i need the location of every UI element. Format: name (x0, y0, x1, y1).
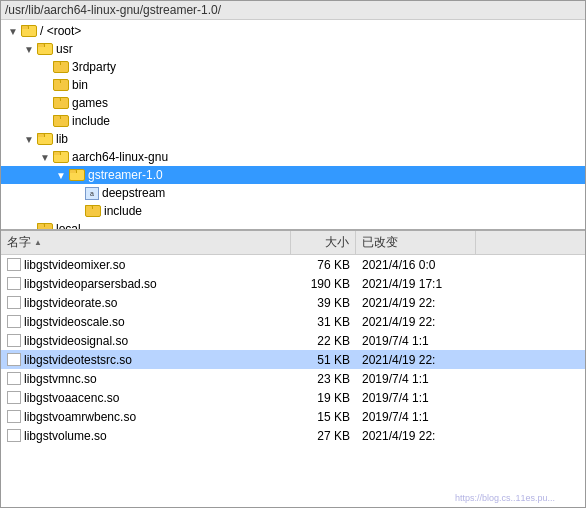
col-header-modified[interactable]: 已改变 (356, 231, 476, 254)
so-file-icon-9 (7, 429, 21, 442)
so-file-icon-5 (7, 353, 21, 366)
tree-item-lib[interactable]: ▼ lib (1, 130, 585, 148)
list-row[interactable]: libgstvideoscale.so 31 KB 2021/4/19 22: (1, 312, 585, 331)
filename-5: libgstvideotestsrc.so (24, 353, 132, 367)
folder-icon-root (21, 25, 37, 37)
folder-icon-local (37, 223, 53, 231)
so-file-icon-6 (7, 372, 21, 385)
folder-icon-3rdparty (53, 61, 69, 73)
file-icon-deepstream: a (85, 187, 99, 200)
tree-item-usr[interactable]: ▼ usr (1, 40, 585, 58)
cell-size-9: 27 KB (291, 428, 356, 444)
label-local: local (56, 222, 81, 231)
filename-1: libgstvideoparsersbad.so (24, 277, 157, 291)
tree-item-bin[interactable]: bin (1, 76, 585, 94)
cell-size-8: 15 KB (291, 409, 356, 425)
cell-name-6: libgstvmnc.so (1, 371, 291, 387)
list-row-selected[interactable]: libgstvideotestsrc.so 51 KB 2021/4/19 22… (1, 350, 585, 369)
toggle-gstreamer[interactable]: ▼ (53, 170, 69, 181)
tree-item-gstreamer[interactable]: ▼ gstreamer-1.0 (1, 166, 585, 184)
label-usr: usr (56, 42, 73, 56)
list-row[interactable]: libgstvideoparsersbad.so 190 KB 2021/4/1… (1, 274, 585, 293)
list-header: 名字 ▲ 大小 已改变 (1, 231, 585, 255)
label-include2: include (104, 204, 142, 218)
cell-name-1: libgstvideoparsersbad.so (1, 276, 291, 292)
tree-item-3rdparty[interactable]: 3rdparty (1, 58, 585, 76)
label-root: / <root> (40, 24, 81, 38)
col-modified-label: 已改变 (362, 234, 398, 251)
cell-modified-8: 2019/7/4 1:1 (356, 409, 476, 425)
toggle-aarch64[interactable]: ▼ (37, 152, 53, 163)
list-row[interactable]: libgstvideosignal.so 22 KB 2019/7/4 1:1 (1, 331, 585, 350)
tree-item-aarch64[interactable]: ▼ aarch64-linux-gnu (1, 148, 585, 166)
cell-name-2: libgstvideorate.so (1, 295, 291, 311)
cell-modified-6: 2019/7/4 1:1 (356, 371, 476, 387)
tree-pane[interactable]: /usr/lib/aarch64-linux-gnu/gstreamer-1.0… (1, 1, 585, 231)
so-file-icon-2 (7, 296, 21, 309)
list-row[interactable]: libgstvideorate.so 39 KB 2021/4/19 22: (1, 293, 585, 312)
label-include: include (72, 114, 110, 128)
filename-8: libgstvoamrwbenc.so (24, 410, 136, 424)
list-row[interactable]: libgstvmnc.so 23 KB 2019/7/4 1:1 (1, 369, 585, 388)
cell-modified-0: 2021/4/16 0:0 (356, 257, 476, 273)
label-lib: lib (56, 132, 68, 146)
cell-size-3: 31 KB (291, 314, 356, 330)
label-aarch64: aarch64-linux-gnu (72, 150, 168, 164)
cell-size-4: 22 KB (291, 333, 356, 349)
tree-content: ▼ / <root> ▼ usr 3rdparty (1, 20, 585, 231)
cell-modified-4: 2019/7/4 1:1 (356, 333, 476, 349)
cell-modified-9: 2021/4/19 22: (356, 428, 476, 444)
toggle-lib[interactable]: ▼ (21, 134, 37, 145)
col-name-label: 名字 (7, 234, 31, 251)
tree-item-deepstream[interactable]: a deepstream (1, 184, 585, 202)
list-row[interactable]: libgstvolume.so 27 KB 2021/4/19 22: (1, 426, 585, 445)
cell-size-2: 39 KB (291, 295, 356, 311)
folder-icon-include (53, 115, 69, 127)
tree-path: /usr/lib/aarch64-linux-gnu/gstreamer-1.0… (5, 3, 221, 17)
tree-item-games[interactable]: games (1, 94, 585, 112)
tree-item-include2[interactable]: include (1, 202, 585, 220)
main-container: /usr/lib/aarch64-linux-gnu/gstreamer-1.0… (0, 0, 586, 508)
folder-icon-usr (37, 43, 53, 55)
cell-modified-1: 2021/4/19 17:1 (356, 276, 476, 292)
filename-4: libgstvideosignal.so (24, 334, 128, 348)
cell-name-7: libgstvoaacenc.so (1, 390, 291, 406)
cell-size-7: 19 KB (291, 390, 356, 406)
label-deepstream: deepstream (102, 186, 165, 200)
tree-item-root[interactable]: ▼ / <root> (1, 22, 585, 40)
cell-modified-5: 2021/4/19 22: (356, 352, 476, 368)
label-games: games (72, 96, 108, 110)
toggle-usr[interactable]: ▼ (21, 44, 37, 55)
toggle-root[interactable]: ▼ (5, 26, 21, 37)
col-size-label: 大小 (325, 234, 349, 251)
tree-item-local[interactable]: local (1, 220, 585, 231)
col-header-name[interactable]: 名字 ▲ (1, 231, 291, 254)
tree-item-include[interactable]: include (1, 112, 585, 130)
list-pane[interactable]: 名字 ▲ 大小 已改变 libgstvideomixer.so 76 KB 20… (1, 231, 585, 507)
so-file-icon-3 (7, 315, 21, 328)
folder-icon-include2 (85, 205, 101, 217)
filename-3: libgstvideoscale.so (24, 315, 125, 329)
list-row[interactable]: libgstvoaacenc.so 19 KB 2019/7/4 1:1 (1, 388, 585, 407)
label-gstreamer: gstreamer-1.0 (88, 168, 163, 182)
folder-icon-bin (53, 79, 69, 91)
label-bin: bin (72, 78, 88, 92)
filename-6: libgstvmnc.so (24, 372, 97, 386)
filename-7: libgstvoaacenc.so (24, 391, 119, 405)
so-file-icon-0 (7, 258, 21, 271)
filename-9: libgstvolume.so (24, 429, 107, 443)
cell-name-3: libgstvideoscale.so (1, 314, 291, 330)
so-file-icon-7 (7, 391, 21, 404)
cell-name-5: libgstvideotestsrc.so (1, 352, 291, 368)
cell-name-0: libgstvideomixer.so (1, 257, 291, 273)
cell-modified-7: 2019/7/4 1:1 (356, 390, 476, 406)
col-header-size[interactable]: 大小 (291, 231, 356, 254)
folder-icon-games (53, 97, 69, 109)
list-row[interactable]: libgstvoamrwbenc.so 15 KB 2019/7/4 1:1 (1, 407, 585, 426)
list-row[interactable]: libgstvideomixer.so 76 KB 2021/4/16 0:0 (1, 255, 585, 274)
cell-size-6: 23 KB (291, 371, 356, 387)
so-file-icon-4 (7, 334, 21, 347)
cell-modified-2: 2021/4/19 22: (356, 295, 476, 311)
cell-size-5: 51 KB (291, 352, 356, 368)
so-file-icon-1 (7, 277, 21, 290)
